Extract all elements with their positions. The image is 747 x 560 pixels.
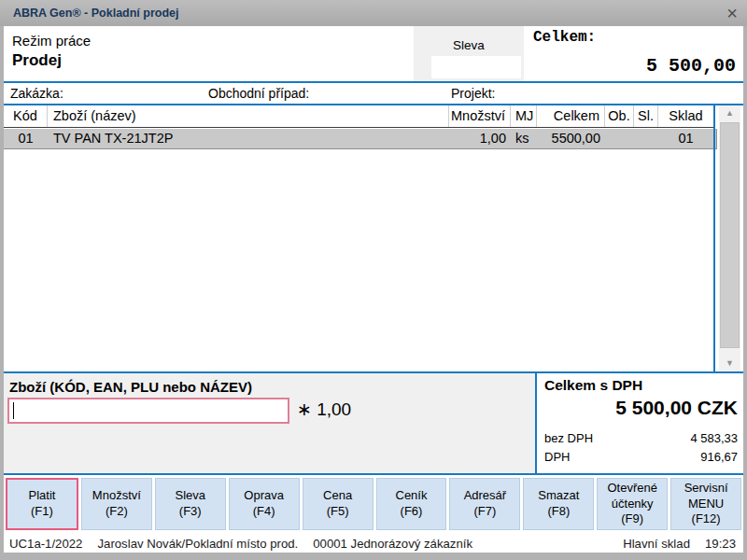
cell-mnozstvi: 1,00 bbox=[449, 129, 511, 149]
order-label: Zakázka: bbox=[10, 86, 63, 101]
button-label: Cena bbox=[323, 488, 352, 504]
window-title: ABRA Gen® - Pokladní prodej bbox=[13, 7, 179, 20]
tax-row-bez-dph: bez DPH 4 583,33 bbox=[544, 431, 738, 448]
button-fkey: (F9) bbox=[621, 511, 643, 527]
button-label: Oprava bbox=[244, 488, 284, 504]
work-mode-label: Režim práce bbox=[12, 33, 91, 49]
column-header-zbozi[interactable]: Zboží (název) bbox=[48, 105, 449, 127]
item-entry-label: Zboží (KÓD, EAN, PLU nebo NÁZEV) bbox=[9, 379, 252, 395]
title-bar[interactable]: ABRA Gen® - Pokladní prodej × bbox=[0, 0, 747, 26]
column-header-mnozstvi[interactable]: Množství bbox=[449, 105, 511, 127]
table-row[interactable]: 01 TV PAN TX-21JT2P 1,00 ks 5500,00 01 bbox=[4, 129, 717, 149]
discount-label: Sleva bbox=[414, 38, 524, 52]
smazat-button[interactable]: Smazat (F8) bbox=[523, 478, 594, 530]
total-display: Celkem: 5 500,00 bbox=[526, 27, 743, 81]
close-icon[interactable]: × bbox=[726, 1, 738, 25]
column-header-sl[interactable]: Sl. bbox=[634, 105, 658, 127]
button-label: Platit bbox=[29, 488, 56, 504]
button-label: Servisní MENU bbox=[673, 481, 739, 512]
scrollbar-thumb[interactable] bbox=[720, 122, 740, 348]
item-entry-input[interactable] bbox=[7, 398, 289, 424]
total-value: 5 500,00 bbox=[646, 55, 736, 77]
button-label: Otevřené účtenky bbox=[599, 481, 665, 512]
pos-window: ABRA Gen® - Pokladní prodej × Režim prác… bbox=[0, 0, 747, 560]
button-fkey: (F8) bbox=[547, 504, 570, 520]
button-fkey: (F3) bbox=[179, 504, 202, 520]
totals-panel: Celkem s DPH 5 500,00 CZK bez DPH 4 583,… bbox=[537, 373, 743, 473]
tax-row-dph: DPH 916,67 bbox=[544, 450, 738, 467]
button-label: Množství bbox=[92, 488, 141, 504]
function-button-row: Platit (F1) Množství (F2) Sleva (F3) Opr… bbox=[4, 475, 743, 533]
table-header-row: Kód Zboží (název) Množství MJ Celkem Ob.… bbox=[4, 105, 713, 128]
status-bar: UC1a-1/2022 Jaroslav Novák/Pokladní míst… bbox=[4, 535, 743, 553]
cell-ob bbox=[605, 129, 634, 149]
platit-button[interactable]: Platit (F1) bbox=[6, 478, 78, 530]
button-fkey: (F6) bbox=[401, 504, 423, 520]
header-strip: Režim práce Prodej Sleva Celkem: 5 500,0… bbox=[4, 26, 743, 81]
button-fkey: (F7) bbox=[473, 504, 496, 520]
sleva-button[interactable]: Sleva (F3) bbox=[155, 478, 226, 530]
button-fkey: (F1) bbox=[31, 504, 53, 520]
scroll-up-icon[interactable]: ▲ bbox=[719, 105, 740, 121]
totals-title: Celkem s DPH bbox=[544, 377, 642, 394]
column-header-sklad[interactable]: Sklad bbox=[658, 105, 713, 127]
button-label: Adresář bbox=[464, 488, 507, 504]
work-mode-value: Prodej bbox=[12, 51, 62, 70]
bottom-section: Zboží (KÓD, EAN, PLU nebo NÁZEV) ∗ 1,00 … bbox=[4, 373, 743, 473]
column-header-ob[interactable]: Ob. bbox=[605, 105, 634, 127]
cell-zbozi: TV PAN TX-21JT2P bbox=[48, 129, 449, 149]
status-warehouse: Hlavní sklad bbox=[623, 537, 690, 551]
button-fkey: (F12) bbox=[692, 511, 721, 527]
vertical-scrollbar[interactable]: ▲ ▼ bbox=[719, 105, 740, 371]
button-fkey: (F4) bbox=[253, 504, 275, 520]
item-entry-panel: Zboží (KÓD, EAN, PLU nebo NÁZEV) ∗ 1,00 bbox=[4, 373, 535, 473]
project-label: Projekt: bbox=[451, 86, 495, 101]
column-header-kod[interactable]: Kód bbox=[4, 105, 48, 127]
dph-label: DPH bbox=[544, 450, 570, 464]
cell-kod: 01 bbox=[4, 129, 48, 149]
status-document: UC1a-1/2022 bbox=[9, 537, 82, 551]
discount-field[interactable] bbox=[431, 56, 521, 78]
totals-amount: 5 500,00 CZK bbox=[615, 397, 738, 419]
column-header-mj[interactable]: MJ bbox=[511, 105, 537, 127]
button-fkey: (F2) bbox=[106, 504, 128, 520]
content-area: Režim práce Prodej Sleva Celkem: 5 500,0… bbox=[4, 26, 743, 553]
items-table: Kód Zboží (název) Množství MJ Celkem Ob.… bbox=[4, 105, 743, 371]
status-operator: Jaroslav Novák/Pokladní místo prod. bbox=[97, 537, 298, 551]
button-label: Smazat bbox=[538, 488, 579, 504]
adresar-button[interactable]: Adresář (F7) bbox=[449, 478, 520, 530]
context-row: Zakázka: Obchodní případ: Projekt: bbox=[4, 83, 743, 104]
button-fkey: (F5) bbox=[327, 504, 349, 520]
bez-dph-label: bez DPH bbox=[544, 431, 593, 445]
servisni-menu-button[interactable]: Servisní MENU (F12) bbox=[670, 478, 741, 530]
column-header-celkem[interactable]: Celkem bbox=[537, 105, 605, 127]
otevrene-uctenky-button[interactable]: Otevřené účtenky (F9) bbox=[597, 478, 668, 530]
quantity-multiplier: ∗ 1,00 bbox=[297, 399, 351, 420]
table-right-border bbox=[713, 105, 715, 371]
status-time: 19:23 bbox=[705, 537, 736, 551]
status-left: UC1a-1/2022 Jaroslav Novák/Pokladní míst… bbox=[9, 537, 472, 551]
scroll-down-icon[interactable]: ▼ bbox=[719, 356, 740, 371]
cenik-button[interactable]: Ceník (F6) bbox=[376, 478, 447, 530]
cena-button[interactable]: Cena (F5) bbox=[303, 478, 374, 530]
status-customer: 00001 Jednorázový zákazník bbox=[313, 537, 472, 551]
text-caret bbox=[13, 402, 14, 419]
discount-panel: Sleva bbox=[414, 26, 524, 81]
business-case-label: Obchodní případ: bbox=[208, 86, 309, 101]
cell-sklad: 01 bbox=[658, 129, 713, 149]
status-right: Hlavní sklad 19:23 bbox=[623, 537, 736, 551]
mnozstvi-button[interactable]: Množství (F2) bbox=[81, 478, 152, 530]
bez-dph-value: 4 583,33 bbox=[690, 431, 738, 445]
dph-value: 916,67 bbox=[700, 450, 738, 464]
cell-celkem: 5500,00 bbox=[537, 129, 605, 149]
oprava-button[interactable]: Oprava (F4) bbox=[229, 478, 300, 530]
button-label: Sleva bbox=[176, 488, 206, 504]
total-label: Celkem: bbox=[533, 29, 596, 46]
cell-mj: ks bbox=[511, 129, 537, 149]
button-label: Ceník bbox=[396, 488, 428, 504]
cell-sl bbox=[634, 129, 658, 149]
